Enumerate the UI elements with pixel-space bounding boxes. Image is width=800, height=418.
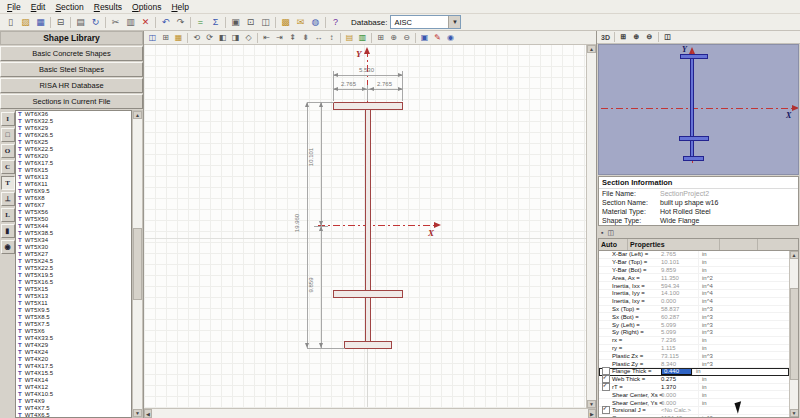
solid-rect-shape-tab[interactable]: ▮ — [1, 224, 15, 238]
section-canvas[interactable]: Y X — [144, 45, 586, 408]
override-checkbox[interactable] — [599, 313, 612, 321]
override-checkbox[interactable] — [599, 266, 612, 274]
shape-list[interactable]: T WT6X36 T WT6X32.5 T WT6X29 — [15, 110, 132, 418]
shape-list-item[interactable]: T WT4X7.5 — [16, 405, 131, 412]
view-settings-icon[interactable]: ◫ — [146, 32, 159, 43]
property-value[interactable]: 594.34 — [661, 282, 698, 289]
shape-list-item[interactable]: T WT4X9 — [16, 398, 131, 405]
copy-props-icon[interactable]: ◫ — [607, 229, 614, 237]
save-icon[interactable]: ▦ — [33, 16, 48, 29]
property-value[interactable]: 1.370 — [661, 384, 698, 391]
property-value[interactable]: 58.837 — [661, 306, 698, 313]
shape-list-item[interactable]: T WT4X10.5 — [16, 391, 131, 398]
select-icon[interactable]: ▣ — [228, 16, 243, 29]
bottom-flange[interactable] — [344, 341, 392, 349]
stretch-horizontal-icon[interactable]: ↔ — [312, 32, 325, 43]
view-3d-button[interactable]: 3D — [599, 32, 612, 43]
shape-library-button[interactable]: Basic Concrete Shapes — [0, 46, 143, 61]
property-value[interactable]: 0.000 — [661, 391, 698, 398]
shape-list-item[interactable]: T WT5X22.5 — [16, 265, 131, 272]
shape-list-item[interactable]: T WT6X32.5 — [16, 118, 131, 125]
menu-item[interactable]: Options — [127, 2, 166, 12]
override-checkbox[interactable] — [599, 383, 612, 391]
help-icon[interactable]: ? — [328, 16, 343, 29]
copy-view-icon[interactable]: ◫ — [661, 32, 674, 43]
zoom-in-icon[interactable]: ⊕ — [387, 32, 400, 43]
shape-list-item[interactable]: T WT4X14 — [16, 377, 131, 384]
shape-list-item[interactable]: T WT6X13 — [16, 174, 131, 181]
shape-list-item[interactable]: T WT5X38.5 — [16, 230, 131, 237]
calc-icon[interactable]: = — [193, 16, 208, 29]
shape-list-item[interactable]: T WT6X8 — [16, 195, 131, 202]
shape-list-item[interactable]: T WT5X7.5 — [16, 321, 131, 328]
mirror-icon[interactable]: ◇ — [242, 32, 255, 43]
zoom-out-icon[interactable]: ⊖ — [643, 32, 656, 43]
override-checkbox[interactable] — [599, 282, 612, 290]
zoom-window-icon[interactable]: ⊡ — [243, 16, 258, 29]
wide-flange-shape-tab[interactable]: I — [1, 112, 15, 126]
stretch-vertical-icon[interactable]: ↕ — [325, 32, 338, 43]
align-right-icon[interactable]: ⇥ — [273, 32, 286, 43]
scroll-up-icon[interactable]: ▲ — [133, 111, 142, 119]
shape-library-button[interactable]: Sections in Current File — [0, 94, 143, 109]
shape-list-item[interactable]: T WT5X8.5 — [16, 314, 131, 321]
folder-icon[interactable]: ▩ — [278, 16, 293, 29]
property-value[interactable]: 10.101 — [661, 259, 698, 266]
property-value[interactable]: 0.275 — [661, 376, 698, 383]
shape-list-item[interactable]: T WT5X9.5 — [16, 307, 131, 314]
override-checkbox[interactable] — [599, 274, 612, 282]
property-value[interactable]: 8.340 — [661, 360, 698, 367]
shape-list-item[interactable]: T WT5X44 — [16, 223, 131, 230]
override-checkbox[interactable] — [599, 258, 612, 266]
override-checkbox[interactable] — [599, 289, 612, 297]
property-value[interactable]: 11.350 — [661, 274, 698, 281]
channel-shape-tab[interactable]: C — [1, 160, 15, 174]
shape-library-button[interactable]: Basic Steel Shapes — [0, 62, 143, 77]
scroll-down-icon[interactable]: ▼ — [790, 409, 799, 417]
override-checkbox[interactable] — [599, 250, 612, 258]
zoom-extents-icon[interactable]: ⊞ — [374, 32, 387, 43]
flip-horizontal-icon[interactable]: ◧ — [216, 32, 229, 43]
refresh-icon[interactable]: ↻ — [88, 16, 103, 29]
property-value[interactable]: 0.000 — [661, 298, 698, 305]
override-checkbox[interactable] — [599, 391, 612, 399]
refresh-view-icon[interactable]: ◉ — [444, 32, 457, 43]
select-arrow-icon[interactable]: ▣ — [418, 32, 431, 43]
shape-list-item[interactable]: T WT4X29 — [16, 342, 131, 349]
cut-icon[interactable]: ✂ — [108, 16, 123, 29]
scroll-left-icon[interactable]: ◀ — [144, 409, 152, 418]
snap-icon[interactable]: ▦ — [172, 32, 185, 43]
shape-list-item[interactable]: T WT4X15.5 — [16, 370, 131, 377]
scroll-up-icon[interactable]: ▲ — [790, 251, 799, 259]
shape-list-item[interactable]: T WT5X27 — [16, 251, 131, 258]
shape-list-item[interactable]: T WT5X56 — [16, 209, 131, 216]
canvas-horizontal-scrollbar[interactable]: ◀ ▶ — [144, 408, 596, 418]
grid-icon[interactable]: ⊞ — [159, 32, 172, 43]
tube-shape-tab[interactable]: □ — [1, 128, 15, 142]
globe-icon[interactable]: ◍ — [308, 16, 323, 29]
open-folder-icon[interactable]: ▨ — [18, 16, 33, 29]
shape-list-item[interactable]: T WT6X26.5 — [16, 132, 131, 139]
shape-list-item[interactable]: T WT4X20 — [16, 356, 131, 363]
middle-flange[interactable] — [333, 290, 403, 298]
undo-icon[interactable]: ↶ — [158, 16, 173, 29]
shape-list-item[interactable]: T WT5X6 — [16, 328, 131, 335]
rotate-left-icon[interactable]: ⟲ — [190, 32, 203, 43]
property-value[interactable]: <No Calc.> — [661, 407, 698, 414]
override-checkbox[interactable] — [599, 336, 612, 344]
override-checkbox[interactable] — [599, 360, 612, 368]
override-checkbox[interactable] — [599, 406, 612, 414]
shape-list-item[interactable]: T WT5X15 — [16, 286, 131, 293]
zoom-extents-icon[interactable]: ⊞ — [617, 32, 630, 43]
shape-list-item[interactable]: T WT5X30 — [16, 244, 131, 251]
shape-list-item[interactable]: T WT6X25 — [16, 139, 131, 146]
delete-icon[interactable]: ✕ — [138, 16, 153, 29]
chevron-down-icon[interactable]: ▼ — [448, 16, 460, 28]
scroll-right-icon[interactable]: ▶ — [588, 409, 596, 418]
view3d-panel[interactable]: Y X — [598, 44, 799, 175]
mail-icon[interactable]: ✉ — [293, 16, 308, 29]
tee-shape-tab[interactable]: T — [1, 176, 15, 190]
property-value[interactable]: 14.100 — [661, 290, 698, 297]
shape-list-item[interactable]: T WT6X29 — [16, 125, 131, 132]
property-value[interactable]: 5.099 — [661, 329, 698, 336]
